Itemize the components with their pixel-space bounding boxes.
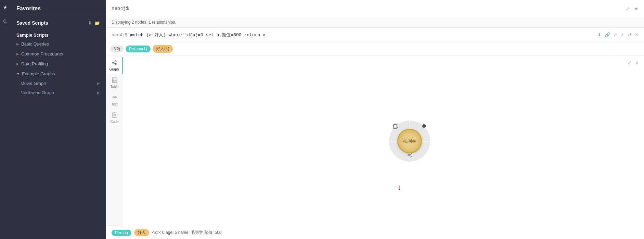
svg-line-1 bbox=[6, 22, 7, 24]
svg-point-21 bbox=[423, 125, 425, 127]
tab-code[interactable]: Code bbox=[106, 110, 123, 126]
node-label[interactable]: 毛同学 bbox=[397, 129, 422, 153]
tab-graph[interactable]: Graph bbox=[106, 57, 123, 74]
view-area: Graph Table bbox=[106, 56, 644, 226]
sidebar-item-example-graphs[interactable]: ▼ Example Graphs bbox=[10, 69, 106, 79]
svg-point-4 bbox=[115, 63, 116, 65]
command-prompt: neo4j$ bbox=[112, 6, 129, 11]
chevron-right-icon: ▶ bbox=[16, 62, 19, 66]
bottom-tag-person[interactable]: Person bbox=[112, 230, 131, 236]
code-tab-label: Code bbox=[111, 120, 119, 124]
data-profiling-label: Data Profiling bbox=[21, 61, 48, 66]
filter-tag-haoren[interactable]: 好人(1) bbox=[153, 45, 173, 53]
download-icon[interactable]: ⬇ bbox=[88, 21, 92, 26]
svg-rect-19 bbox=[394, 125, 397, 128]
filter-tag-all[interactable]: *(2) bbox=[110, 46, 124, 52]
sample-scripts-label: Sample Scripts bbox=[10, 28, 106, 39]
svg-line-30 bbox=[409, 155, 410, 156]
svg-rect-15 bbox=[112, 113, 117, 117]
center-node[interactable]: 毛同学 bbox=[397, 129, 422, 153]
ring-icon-expand[interactable] bbox=[421, 123, 427, 130]
expand-result-icon[interactable]: ⤢ bbox=[614, 32, 617, 37]
query-panel: neo4j$ match (a:好人) where id(a)=0 set a.… bbox=[106, 28, 644, 42]
close-icon[interactable]: ✕ bbox=[635, 32, 639, 37]
pin-icon[interactable]: 🔗 bbox=[605, 32, 610, 37]
node-context-ring: 毛同学 bbox=[389, 121, 430, 162]
star-icon[interactable]: ★ bbox=[634, 6, 639, 11]
download-result-icon[interactable]: ⬇ bbox=[597, 32, 601, 37]
graph-tab-label: Graph bbox=[110, 67, 119, 71]
main-content: neo4j$ ⤢ ★ Displaying 2 nodes, 1 relatio… bbox=[106, 0, 644, 239]
chevron-right-icon: ▶ bbox=[16, 42, 19, 46]
code-tab-icon bbox=[112, 112, 117, 119]
search-icon[interactable] bbox=[1, 18, 9, 25]
favorites-icon[interactable]: ★ bbox=[1, 3, 9, 11]
bottom-tag-haoren[interactable]: 好人 bbox=[134, 229, 149, 236]
favorites-heading: Favorites bbox=[10, 0, 106, 16]
svg-line-29 bbox=[409, 154, 410, 155]
table-tab-label: Table bbox=[111, 85, 119, 89]
query-prompt: neo4j$ bbox=[112, 33, 128, 38]
filter-tags: *(2) Person(1) 好人(1) bbox=[106, 42, 644, 56]
svg-point-3 bbox=[115, 61, 116, 62]
text-tab-label: Text bbox=[111, 102, 117, 106]
icon-bar: ★ bbox=[0, 0, 10, 239]
saved-scripts-section: Saved Scripts ⬇ 📁 bbox=[10, 16, 106, 28]
bottom-info-details: <id>: 0 age: 5 name: 毛同学 颜值: 500 bbox=[152, 230, 221, 236]
play-icon: ▶ bbox=[97, 81, 100, 85]
sidebar-item-data-profiling[interactable]: ▶ Data Profiling bbox=[10, 59, 106, 69]
query-text: neo4j$ match (a:好人) where id(a)=0 set a.… bbox=[112, 32, 266, 38]
tab-text[interactable]: Text bbox=[106, 92, 123, 109]
basic-queries-label: Basic Queries bbox=[21, 41, 49, 47]
command-bar: neo4j$ ⤢ ★ bbox=[106, 0, 644, 17]
folder-icon[interactable]: 📁 bbox=[94, 21, 100, 26]
common-procedures-label: Common Procedures bbox=[21, 51, 63, 56]
query-body: match (a:好人) where id(a)=0 set a.颜值=500 … bbox=[128, 33, 266, 38]
collapse-icon[interactable]: ∧ bbox=[621, 32, 624, 37]
example-graphs-label: Example Graphs bbox=[22, 71, 55, 76]
expand-icon[interactable]: ⤢ bbox=[626, 6, 630, 11]
table-tab-icon bbox=[112, 77, 117, 84]
view-tabs: Graph Table bbox=[106, 56, 123, 226]
sidebar: Favorites Saved Scripts ⬇ 📁 Sample Scrip… bbox=[10, 0, 106, 239]
tab-table[interactable]: Table bbox=[106, 75, 123, 91]
movie-graph-label: Movie Graph bbox=[21, 81, 46, 86]
sidebar-sub-item-northwind-graph[interactable]: Northwind Graph ▶ bbox=[10, 88, 106, 97]
query-actions: ⬇ 🔗 ⤢ ∧ ↺ ✕ bbox=[597, 32, 639, 37]
saved-scripts-icons: ⬇ 📁 bbox=[88, 21, 100, 26]
text-tab-icon bbox=[112, 95, 117, 101]
chevron-down-icon: ▼ bbox=[16, 72, 20, 76]
svg-line-5 bbox=[114, 62, 115, 62]
saved-scripts-label: Saved Scripts bbox=[16, 20, 48, 26]
svg-point-28 bbox=[410, 156, 411, 157]
expand-canvas-icon[interactable]: ⤢ bbox=[628, 60, 632, 65]
svg-point-20 bbox=[422, 124, 426, 128]
play-icon: ▶ bbox=[97, 91, 100, 95]
chevron-down-canvas-icon[interactable]: ∨ bbox=[635, 60, 639, 65]
filter-tag-person[interactable]: Person(1) bbox=[126, 46, 151, 52]
svg-point-26 bbox=[408, 154, 409, 156]
graph-tab-icon bbox=[112, 60, 117, 66]
sidebar-item-common-procedures[interactable]: ▶ Common Procedures bbox=[10, 49, 106, 59]
graph-canvas[interactable]: ⤢ ∨ 毛同学 bbox=[123, 56, 644, 226]
bottom-info-bar: Person 好人 <id>: 0 age: 5 name: 毛同学 颜值: 5… bbox=[106, 226, 644, 239]
chevron-right-icon: ▶ bbox=[16, 52, 19, 56]
command-bar-icons: ⤢ ★ bbox=[626, 6, 639, 11]
sidebar-item-basic-queries[interactable]: ▶ Basic Queries bbox=[10, 39, 106, 49]
sidebar-sub-item-movie-graph[interactable]: Movie Graph ▶ bbox=[10, 79, 106, 88]
northwind-graph-label: Northwind Graph bbox=[21, 90, 54, 95]
refresh-icon[interactable]: ↺ bbox=[628, 32, 631, 37]
status-bar: Displaying 2 nodes, 1 relationships. bbox=[106, 17, 644, 28]
svg-line-6 bbox=[114, 63, 115, 64]
svg-point-2 bbox=[112, 62, 114, 63]
status-text: Displaying 2 nodes, 1 relationships. bbox=[112, 20, 176, 25]
arrow-indicator: ↓ bbox=[398, 183, 401, 192]
top-right-controls: ⤢ ∨ bbox=[622, 56, 644, 70]
